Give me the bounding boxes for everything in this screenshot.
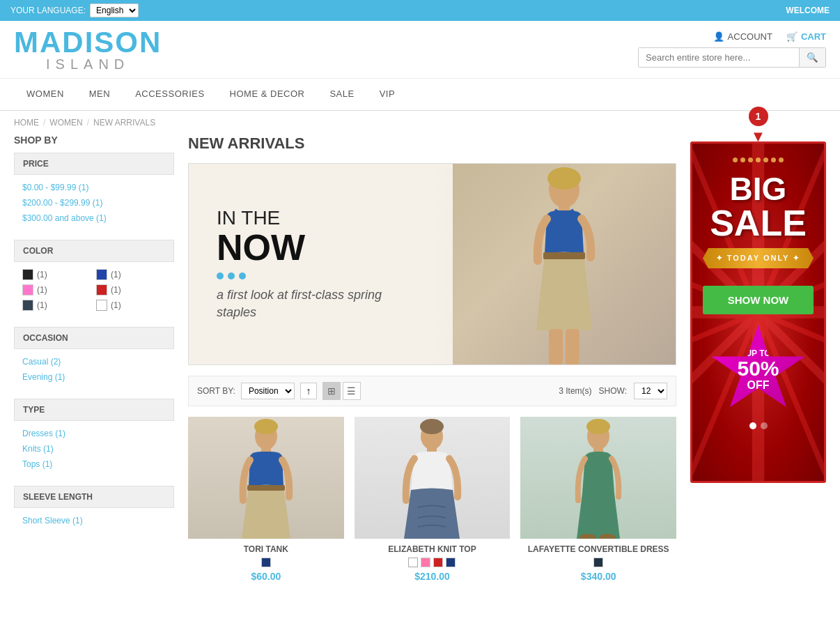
- color-pink[interactable]: (1): [22, 284, 92, 296]
- price-range-1[interactable]: $0.00 - $99.99 (1): [14, 180, 174, 195]
- price-range-2[interactable]: $200.00 - $299.99 (1): [14, 195, 174, 210]
- ad-panel: 1 ▼: [690, 135, 826, 582]
- nav-sale[interactable]: SALE: [317, 79, 366, 110]
- type-tops[interactable]: Tops (1): [14, 456, 174, 472]
- price-range-3[interactable]: $300.00 and above (1): [14, 210, 174, 226]
- nav-home-decor[interactable]: HOME & DECOR: [217, 79, 318, 110]
- nav-men[interactable]: MEN: [77, 79, 123, 110]
- ad-dot-7: [779, 158, 784, 162]
- type-dresses[interactable]: Dresses (1): [14, 426, 174, 441]
- color-darkblue-count: (1): [37, 300, 47, 310]
- account-link[interactable]: 👤 ACCOUNT: [713, 31, 772, 42]
- banner-dot-1: [217, 273, 224, 279]
- nav-accessories[interactable]: ACCESSORIES: [123, 79, 217, 110]
- header-right: 👤 ACCOUNT 🛒 CART 🔍: [638, 31, 826, 68]
- grid-view-button[interactable]: ⊞: [322, 382, 341, 400]
- type-filter-title: TYPE: [14, 399, 174, 421]
- search-button[interactable]: 🔍: [799, 48, 825, 67]
- ad-pagination: [703, 422, 814, 429]
- cart-icon: 🛒: [786, 31, 798, 42]
- toolbar-left: SORT BY: Position ↑ ⊞ ☰: [197, 382, 361, 400]
- hero-banner: IN THE NOW a first look at first-class s…: [188, 163, 676, 365]
- price-filter-title: PRICE: [14, 153, 174, 175]
- elizabeth-swatch-navy[interactable]: [446, 558, 456, 567]
- svg-point-7: [254, 419, 278, 434]
- color-filter-items: (1) (1) (1) (1) (1): [14, 263, 174, 316]
- ad-today-only: ✦ TODAY ONLY ✦: [706, 254, 810, 263]
- breadcrumb-women[interactable]: WOMEN: [49, 118, 82, 128]
- banner-dot-2: [228, 273, 235, 279]
- toolbar-right: 3 Item(s) SHOW: 12: [559, 383, 667, 399]
- breadcrumb-home[interactable]: HOME: [14, 118, 39, 128]
- occasion-casual[interactable]: Casual (2): [14, 354, 174, 369]
- top-bar: YOUR LANGUAGE: English WELCOME: [0, 0, 840, 21]
- occasion-filter: OCCASION Casual (2) Evening (1): [14, 327, 174, 388]
- type-knits[interactable]: Knits (1): [14, 441, 174, 456]
- sort-direction-button[interactable]: ↑: [300, 383, 317, 399]
- ad-dot-2: [740, 158, 745, 162]
- sleeve-short[interactable]: Short Sleeve (1): [14, 513, 174, 528]
- nav-women[interactable]: WOMEN: [14, 79, 77, 110]
- product-elizabeth-knit[interactable]: ELIZABETH KNIT TOP $210.00: [355, 417, 511, 582]
- ad-discount-badge: up to 50% OFF: [710, 325, 807, 415]
- occasion-evening[interactable]: Evening (1): [14, 369, 174, 385]
- color-navy[interactable]: (1): [96, 269, 166, 280]
- sidebar: SHOP BY PRICE $0.00 - $99.99 (1) $200.00…: [14, 135, 174, 582]
- type-filter-items: Dresses (1) Knits (1) Tops (1): [14, 422, 174, 475]
- banner-image: [453, 163, 676, 365]
- swatch-red: [96, 284, 107, 296]
- welcome-text: WELCOME: [786, 6, 830, 15]
- cart-label: CART: [801, 31, 826, 42]
- color-white[interactable]: (1): [96, 300, 166, 311]
- price-filter: PRICE $0.00 - $99.99 (1) $200.00 - $299.…: [14, 153, 174, 229]
- tori-swatch-navy[interactable]: [261, 558, 271, 567]
- product-tori-tank[interactable]: TORI TANK $60.00: [188, 417, 344, 582]
- list-view-button[interactable]: ☰: [343, 382, 361, 400]
- nav-vip[interactable]: VIP: [367, 79, 407, 110]
- product-elizabeth-name: ELIZABETH KNIT TOP: [355, 544, 511, 554]
- elizabeth-swatch-white[interactable]: [408, 558, 418, 567]
- language-select[interactable]: English: [90, 3, 139, 17]
- ad-dot-5: [763, 158, 768, 162]
- cart-link[interactable]: 🛒 CART: [786, 31, 826, 42]
- sleeve-filter-title: SLEEVE LENGTH: [14, 486, 174, 508]
- swatch-darkblue: [22, 300, 33, 311]
- language-label: YOUR LANGUAGE:: [10, 6, 86, 15]
- ad-page-dot-2[interactable]: [761, 422, 768, 429]
- ad-sale-text: SALE: [703, 205, 814, 241]
- swatch-white: [96, 300, 107, 311]
- page-title: NEW ARRIVALS: [188, 135, 676, 153]
- color-pink-count: (1): [37, 285, 47, 295]
- color-white-count: (1): [111, 300, 121, 310]
- ad-page-dot-1[interactable]: [749, 422, 756, 429]
- language-section: YOUR LANGUAGE: English: [10, 3, 139, 17]
- lafayette-swatch-navy[interactable]: [593, 558, 603, 567]
- logo[interactable]: MADISON ISLAND: [14, 28, 162, 71]
- elizabeth-swatch-red[interactable]: [433, 558, 443, 567]
- color-darkblue[interactable]: (1): [22, 300, 92, 311]
- swatch-pink: [22, 284, 33, 296]
- shop-by-title: SHOP BY: [14, 135, 174, 146]
- ad-show-now-button[interactable]: Show Now: [703, 286, 814, 314]
- breadcrumb-sep-1: /: [43, 118, 45, 128]
- color-black[interactable]: (1): [22, 269, 92, 280]
- product-lafayette[interactable]: LAFAYETTE CONVERTIBLE DRESS $340.00: [520, 417, 676, 582]
- banner-dots: [217, 273, 425, 279]
- ad-content: BiG SALE ✦ TODAY ONLY ✦ Show Now up to 5…: [703, 158, 814, 429]
- sort-by-label: SORT BY:: [197, 386, 235, 396]
- account-icon: 👤: [713, 31, 724, 42]
- svg-rect-9: [247, 485, 285, 491]
- search-bar: 🔍: [638, 47, 826, 68]
- logo-main: MADISON: [14, 28, 162, 57]
- product-lafayette-image: [520, 417, 676, 539]
- sort-select[interactable]: Position: [241, 383, 295, 399]
- product-lafayette-swatches: [520, 558, 676, 567]
- color-red-count: (1): [111, 285, 121, 295]
- svg-point-14: [586, 419, 610, 434]
- search-input[interactable]: [639, 48, 799, 67]
- tori-image-svg: [221, 417, 311, 539]
- banner-subtitle: a first look at first-class spring stapl…: [217, 286, 425, 321]
- show-select[interactable]: 12: [634, 383, 667, 399]
- color-red[interactable]: (1): [96, 284, 166, 296]
- elizabeth-swatch-pink[interactable]: [421, 558, 430, 567]
